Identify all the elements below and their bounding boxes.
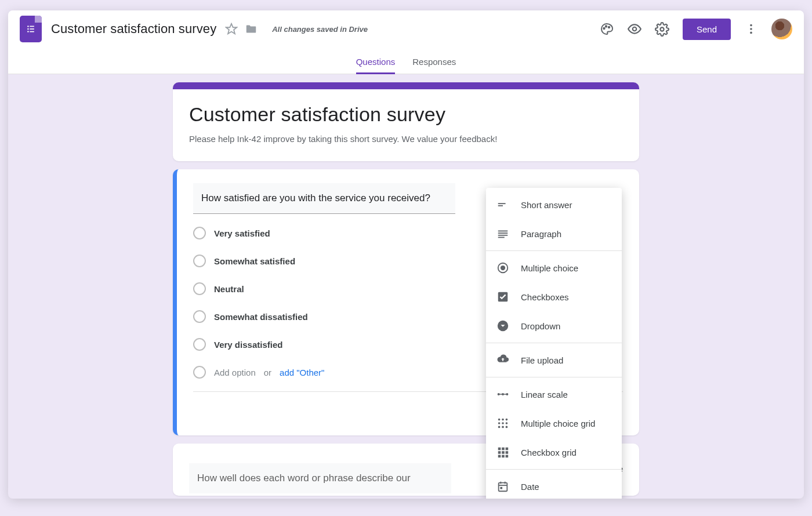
svg-rect-41 [502,448,505,450]
svg-marker-6 [226,24,237,34]
menu-item-label: Multiple choice [521,263,578,273]
radio-icon [193,366,206,379]
menu-item-label: Checkboxes [521,292,569,302]
question-input[interactable] [201,192,447,204]
svg-rect-20 [498,232,508,234]
svg-point-33 [506,419,508,421]
svg-rect-0 [27,26,29,27]
cb-grid-icon [496,446,509,459]
menu-item-label: File upload [521,355,563,365]
menu-item-label: Linear scale [521,390,568,399]
svg-point-9 [608,27,610,28]
tab-questions[interactable]: Questions [356,57,396,74]
star-icon[interactable] [224,22,238,36]
svg-rect-44 [502,451,505,454]
svg-point-38 [502,426,504,428]
svg-point-12 [750,24,752,27]
svg-rect-47 [502,455,505,458]
menu-item-cb-grid[interactable]: Checkbox grid [486,438,622,467]
preview-icon[interactable] [627,21,642,37]
top-bar: Customer satisfaction survey All changes… [8,10,804,74]
svg-point-13 [750,28,752,30]
more-icon[interactable] [744,21,759,37]
svg-rect-49 [499,483,507,492]
svg-point-8 [606,26,607,27]
svg-point-7 [603,28,604,29]
radio-icon [193,227,206,239]
svg-point-11 [661,27,664,31]
option-label[interactable]: Very satisfied [214,228,270,238]
radio-icon [193,255,206,267]
menu-item-checkboxes[interactable]: Checkboxes [486,282,622,311]
document-title[interactable]: Customer satisfaction survey [51,21,216,37]
svg-point-24 [501,266,505,270]
mc-grid-icon [496,417,509,430]
menu-item-dropdown[interactable]: Dropdown [486,311,622,340]
radio-icon [193,282,206,295]
folder-icon[interactable] [244,22,258,36]
date-icon [496,480,509,493]
svg-rect-43 [498,451,501,454]
svg-point-34 [498,422,501,424]
radio-icon [193,338,206,351]
svg-rect-21 [498,235,508,236]
svg-rect-17 [498,203,506,204]
settings-icon[interactable] [655,21,670,37]
form-header-card[interactable]: Customer satisfaction survey Please help… [173,82,639,161]
save-status: All changes saved in Drive [272,25,368,34]
question-input-wrap[interactable] [193,183,455,214]
menu-item-paragraph[interactable]: Paragraph [486,219,622,248]
svg-point-31 [498,419,501,421]
svg-rect-3 [30,28,34,30]
menu-item-linear-scale[interactable]: Linear scale [486,380,622,409]
send-button[interactable]: Send [683,19,731,40]
svg-rect-53 [500,487,502,489]
svg-rect-40 [498,448,501,450]
svg-rect-48 [506,455,509,458]
multiple-choice-icon [496,261,509,274]
add-other-link[interactable]: add "Other" [280,368,324,377]
svg-rect-42 [506,448,509,450]
svg-point-36 [506,422,508,424]
svg-rect-5 [30,31,34,32]
option-label[interactable]: Somewhat dissatisfied [214,312,308,322]
menu-item-date[interactable]: Date [486,472,622,499]
menu-item-label: Multiple choice grid [521,419,595,428]
svg-rect-4 [27,31,29,32]
menu-item-short-answer[interactable]: Short answer [486,190,622,219]
short-answer-icon [496,198,509,211]
tab-responses[interactable]: Responses [412,57,456,74]
form-description[interactable]: Please help Ink-42 improve by taking thi… [189,134,623,144]
menu-item-label: Dropdown [521,321,560,331]
form-title[interactable]: Customer satisfaction survey [189,103,623,126]
menu-item-multiple-choice[interactable]: Multiple choice [486,253,622,282]
menu-item-file-upload[interactable]: File upload [486,346,622,375]
checkboxes-icon [496,290,509,303]
dropdown-icon [496,319,509,332]
svg-rect-19 [498,231,508,232]
tabs: Questions Responses [8,48,804,74]
menu-item-label: Short answer [521,200,572,210]
forms-logo-icon[interactable] [20,16,42,42]
menu-item-label: Date [521,482,539,492]
svg-rect-2 [27,28,29,30]
svg-point-35 [502,422,504,424]
palette-icon[interactable] [599,21,614,37]
radio-icon [193,310,206,323]
workspace: Customer satisfaction survey Please help… [8,74,804,499]
svg-rect-18 [498,205,503,206]
svg-point-39 [506,426,508,428]
menu-item-label: Paragraph [521,229,561,239]
option-label[interactable]: Very dissatisfied [214,340,282,350]
option-label[interactable]: Somewhat satisfied [214,256,295,266]
question-input[interactable]: How well does each word or phrase descri… [189,463,451,493]
svg-point-14 [750,32,752,34]
svg-rect-46 [498,455,501,458]
avatar[interactable] [771,19,792,39]
svg-point-32 [502,419,504,421]
menu-item-mc-grid[interactable]: Multiple choice grid [486,409,622,438]
option-label[interactable]: Neutral [214,284,244,294]
add-option-text[interactable]: Add option [214,368,256,377]
svg-rect-1 [30,26,34,27]
file-upload-icon [496,354,509,366]
